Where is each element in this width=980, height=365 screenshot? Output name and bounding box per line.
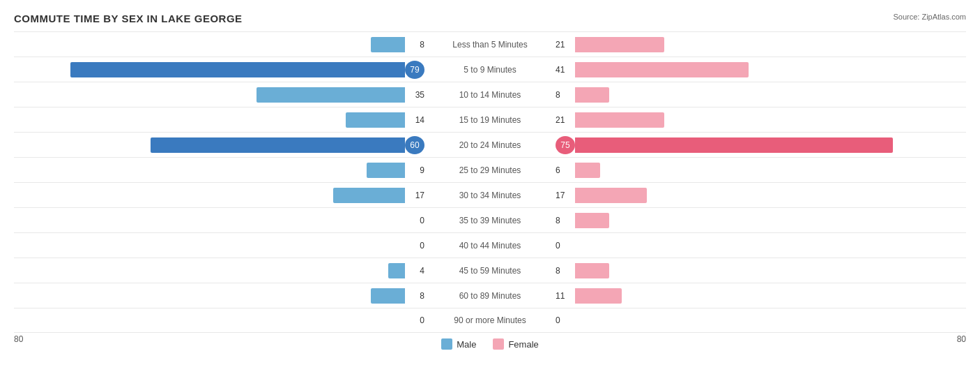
chart-row: 090 or more Minutes0 xyxy=(14,308,966,333)
right-section: 75 xyxy=(553,133,966,157)
male-value: 0 xyxy=(405,241,424,251)
male-value: 8 xyxy=(405,291,424,301)
chart-row: 035 to 39 Minutes8 xyxy=(14,207,966,232)
chart-row: 040 to 44 Minutes0 xyxy=(14,232,966,258)
chart-row: 860 to 89 Minutes11 xyxy=(14,283,966,308)
row-label: 60 to 89 Minutes xyxy=(427,291,553,301)
left-section: 4 xyxy=(14,258,427,283)
right-section: 11 xyxy=(553,283,966,308)
chart-row: 3510 to 14 Minutes8 xyxy=(14,82,966,107)
male-value: 79 xyxy=(405,61,424,79)
bar-male xyxy=(371,288,405,304)
row-label: 20 to 24 Minutes xyxy=(427,140,553,150)
left-section: 35 xyxy=(14,82,427,107)
male-value: 4 xyxy=(405,266,424,276)
left-section: 9 xyxy=(14,158,427,182)
chart-row: 925 to 29 Minutes6 xyxy=(14,157,966,182)
row-label: 10 to 14 Minutes xyxy=(427,90,553,100)
right-section: 17 xyxy=(553,183,966,207)
right-section: 8 xyxy=(553,208,966,232)
legend-female: Female xyxy=(493,338,538,350)
bottom-axis: 80 Male Female 80 xyxy=(14,334,966,350)
legend-female-label: Female xyxy=(508,339,538,350)
legend-male-label: Male xyxy=(457,339,476,350)
right-section: 0 xyxy=(553,308,966,332)
legend: Male Female xyxy=(441,338,539,350)
bar-female xyxy=(575,87,609,103)
bar-female xyxy=(575,188,647,203)
male-value: 8 xyxy=(405,40,424,50)
bar-female xyxy=(575,137,893,153)
chart-container: COMMUTE TIME BY SEX IN LAKE GEORGE Sourc… xyxy=(0,0,980,365)
legend-male: Male xyxy=(441,338,476,350)
row-label: Less than 5 Minutes xyxy=(427,40,553,50)
right-section: 6 xyxy=(553,158,966,182)
male-value: 0 xyxy=(405,216,424,225)
bar-male xyxy=(70,62,405,77)
chart-row: 6020 to 24 Minutes75 xyxy=(14,132,966,157)
right-section: 8 xyxy=(553,258,966,283)
bar-male xyxy=(371,37,405,52)
left-section: 60 xyxy=(14,133,427,157)
bar-female xyxy=(575,37,664,52)
male-value: 9 xyxy=(405,165,424,175)
bar-female xyxy=(575,112,664,128)
female-value: 0 xyxy=(556,315,575,325)
right-section: 21 xyxy=(553,107,966,132)
row-label: 90 or more Minutes xyxy=(427,315,553,325)
bars-area: 8Less than 5 Minutes21795 to 9 Minutes41… xyxy=(14,31,966,333)
bar-male xyxy=(346,112,405,128)
bar-female xyxy=(575,62,749,77)
left-section: 8 xyxy=(14,32,427,57)
bar-male xyxy=(151,137,405,153)
chart-title: COMMUTE TIME BY SEX IN LAKE GEORGE xyxy=(14,13,966,24)
left-section: 17 xyxy=(14,183,427,207)
female-value: 17 xyxy=(556,191,575,200)
bar-male xyxy=(257,87,405,103)
bar-male xyxy=(333,188,405,203)
bar-female xyxy=(575,288,622,304)
chart-row: 1730 to 34 Minutes17 xyxy=(14,182,966,207)
right-section: 21 xyxy=(553,32,966,57)
left-section: 0 xyxy=(14,308,427,332)
male-value: 14 xyxy=(405,115,424,125)
female-value: 8 xyxy=(556,90,575,100)
row-label: 5 to 9 Minutes xyxy=(427,65,553,75)
bar-female xyxy=(575,213,609,228)
left-section: 8 xyxy=(14,283,427,308)
legend-female-box xyxy=(493,338,504,350)
right-section: 41 xyxy=(553,57,966,82)
row-label: 45 to 59 Minutes xyxy=(427,266,553,276)
right-section: 8 xyxy=(553,82,966,107)
left-section: 79 xyxy=(14,57,427,82)
female-value: 21 xyxy=(556,115,575,125)
female-value: 8 xyxy=(556,216,575,225)
row-label: 25 to 29 Minutes xyxy=(427,165,553,175)
left-section: 0 xyxy=(14,233,427,258)
chart-row: 1415 to 19 Minutes21 xyxy=(14,107,966,132)
row-label: 35 to 39 Minutes xyxy=(427,216,553,225)
male-value: 35 xyxy=(405,90,424,100)
bar-female xyxy=(575,163,600,178)
axis-right: 80 xyxy=(957,334,966,350)
male-value: 60 xyxy=(405,136,424,154)
bar-female xyxy=(575,263,609,278)
female-value: 11 xyxy=(556,291,575,301)
female-value: 6 xyxy=(556,165,575,175)
axis-left: 80 xyxy=(14,334,23,350)
male-value: 0 xyxy=(405,315,424,325)
female-value: 41 xyxy=(556,65,575,75)
male-value: 17 xyxy=(405,191,424,200)
chart-row: 445 to 59 Minutes8 xyxy=(14,258,966,283)
female-value: 8 xyxy=(556,266,575,276)
left-section: 0 xyxy=(14,208,427,232)
legend-male-box xyxy=(441,338,452,350)
row-label: 15 to 19 Minutes xyxy=(427,115,553,125)
source-label: Source: ZipAtlas.com xyxy=(893,13,966,21)
left-section: 14 xyxy=(14,107,427,132)
bar-male xyxy=(367,163,405,178)
chart-row: 8Less than 5 Minutes21 xyxy=(14,31,966,57)
row-label: 40 to 44 Minutes xyxy=(427,241,553,251)
chart-row: 795 to 9 Minutes41 xyxy=(14,57,966,82)
right-section: 0 xyxy=(553,233,966,258)
